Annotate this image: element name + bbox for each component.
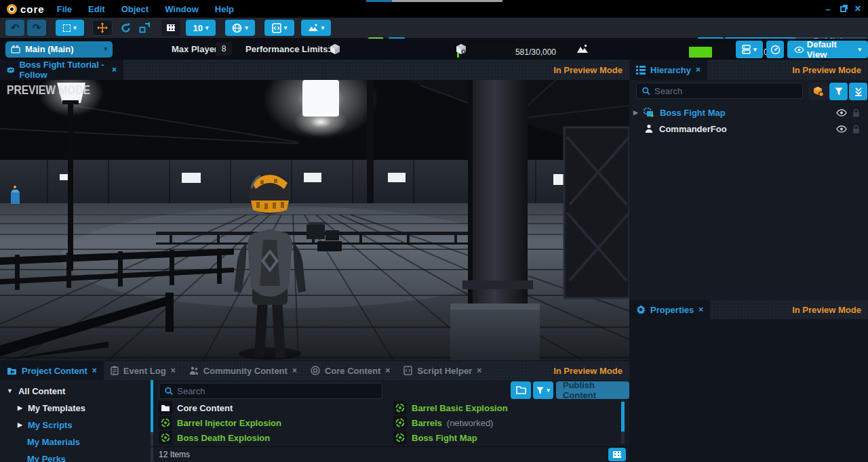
caret-down-icon: ▾ <box>753 47 757 53</box>
tree-scrollbar-thumb[interactable] <box>151 380 153 432</box>
tree-my-scripts[interactable]: ▶ My Scripts <box>18 418 73 432</box>
template-tile <box>393 431 407 444</box>
gear-icon <box>636 305 646 314</box>
tree-my-materials[interactable]: My Materials <box>27 435 80 448</box>
new-folder-button[interactable] <box>511 381 531 399</box>
tab-close[interactable]: × <box>292 366 297 375</box>
core-logo-icon <box>7 4 17 14</box>
hierarchy-row-commanderfoo[interactable]: CommanderFoo <box>633 122 864 135</box>
expand-caret-icon[interactable]: ▶ <box>633 109 638 116</box>
menu-object[interactable]: Object <box>121 4 149 14</box>
collapse-all-button[interactable] <box>849 83 867 100</box>
viewport-tab-close[interactable]: × <box>112 65 117 75</box>
grid-view-icon <box>613 451 621 458</box>
hierarchy-panel: ▶ Boss Fight Map CommanderFoo <box>629 80 868 300</box>
globe-icon <box>232 23 242 33</box>
hierarchy-search-input[interactable] <box>654 86 797 96</box>
content-item-core-content[interactable]: Core Content <box>159 400 233 415</box>
template-icon <box>395 433 405 442</box>
script-helper-icon <box>403 366 412 375</box>
menu-file[interactable]: File <box>57 4 72 14</box>
publish-content-button[interactable]: Publish Content <box>556 381 629 399</box>
select-tool-button[interactable]: ▾ <box>56 20 84 36</box>
tab-core-content[interactable]: Core Content × <box>304 361 397 380</box>
hierarchy-row-boss-fight-map[interactable]: ▶ Boss Fight Map <box>633 106 864 119</box>
content-search[interactable] <box>159 383 382 399</box>
scale-tool-button[interactable] <box>136 20 153 36</box>
lock-icon[interactable] <box>852 108 860 117</box>
performance-gauge-button[interactable] <box>766 41 784 58</box>
viewport-canvas[interactable]: PREVIEW MODE <box>0 80 629 360</box>
hierarchy-filter-button[interactable] <box>829 83 848 100</box>
titlebar: core File Edit Object Window Help – × <box>0 0 868 18</box>
content-item-boss-death-explosion[interactable]: Boss Death Explosion <box>159 430 270 445</box>
networked-object-icon <box>456 43 467 55</box>
tab-close[interactable]: × <box>171 366 176 375</box>
content-scrollbar-track[interactable] <box>621 402 625 444</box>
content-item-boss-fight-map[interactable]: Boss Fight Map <box>393 430 477 445</box>
template-tile <box>159 431 172 444</box>
window-close-button[interactable]: × <box>852 3 864 15</box>
redo-button[interactable]: ↷ <box>27 20 46 36</box>
scene-selector-dropdown[interactable]: Main (Main) ▾ <box>5 41 113 58</box>
tab-close[interactable]: × <box>477 366 481 375</box>
viewport-tab-label: Boss Fight Tutorial - Follow <box>19 60 107 80</box>
tab-script-helper[interactable]: Script Helper × <box>397 361 488 380</box>
content-filter-dropdown[interactable]: ▾ <box>533 381 553 399</box>
world-settings-dropdown[interactable]: ▾ <box>225 20 255 36</box>
default-view-dropdown[interactable]: Default View ▾ <box>787 41 868 58</box>
undo-button[interactable]: ↶ <box>5 20 24 36</box>
tab-close[interactable]: × <box>92 366 97 375</box>
search-icon <box>165 387 173 396</box>
menu-edit[interactable]: Edit <box>88 4 105 14</box>
hierarchy-search[interactable] <box>636 83 803 99</box>
snap-to-grid-button[interactable] <box>161 20 180 36</box>
properties-tab[interactable]: Properties × <box>629 300 710 319</box>
tree-my-perks[interactable]: My Perks <box>27 452 66 462</box>
grid-view-button[interactable] <box>608 448 626 461</box>
move-tool-button[interactable] <box>92 20 113 36</box>
tab-label: Script Helper <box>417 366 472 376</box>
hierarchy-tab-close[interactable]: × <box>696 65 701 75</box>
content-item-barrel-basic-explosion[interactable]: Barrel Basic Explosion <box>393 400 508 415</box>
grid-size-dropdown[interactable]: 10 ▾ <box>186 20 216 36</box>
window-minimize-button[interactable]: – <box>822 4 834 14</box>
lock-icon[interactable] <box>852 125 860 133</box>
menu-help[interactable]: Help <box>215 4 234 14</box>
script-tools-dropdown[interactable]: ▾ <box>264 20 294 36</box>
window-restore-button[interactable] <box>837 4 849 14</box>
rotate-tool-button[interactable] <box>117 20 134 36</box>
tab-event-log[interactable]: Event Log × <box>104 361 182 380</box>
content-item-barrels[interactable]: Barrels (networked) <box>393 415 493 430</box>
terrain-tools-dropdown[interactable]: ▾ <box>301 20 331 36</box>
tree-collapsed-icon[interactable]: ▶ <box>18 404 22 411</box>
selection-marquee-icon <box>63 24 71 32</box>
tree-my-templates[interactable]: ▶ My Templates <box>18 401 85 415</box>
menu-window[interactable]: Window <box>165 4 199 14</box>
viewport-tab[interactable]: Boss Fight Tutorial - Follow × <box>0 60 123 80</box>
content-scrollbar-thumb[interactable] <box>621 402 625 432</box>
viewport-tab-icon <box>7 66 14 75</box>
visibility-eye-icon[interactable] <box>836 125 847 133</box>
networked-object-meter-fill <box>689 47 712 58</box>
group-select-mode-button[interactable] <box>808 83 828 100</box>
properties-tab-close[interactable]: × <box>698 305 703 314</box>
tab-close[interactable]: × <box>385 366 390 375</box>
tree-collapsed-icon[interactable]: ▶ <box>18 421 22 428</box>
tab-community-content[interactable]: Community Content × <box>182 361 304 380</box>
properties-preview-badge: In Preview Mode <box>792 300 861 319</box>
content-statusbar: 12 Items <box>151 446 629 462</box>
content-search-input[interactable] <box>177 386 376 396</box>
template-icon <box>395 403 405 413</box>
tab-project-content[interactable]: Project Content × <box>0 361 104 380</box>
content-item-barrel-injector-explosion[interactable]: Barrel Injector Explosion <box>159 415 281 430</box>
content-item-label: Boss Fight Map <box>412 433 477 443</box>
tree-expanded-icon[interactable]: ▼ <box>7 387 13 394</box>
hierarchy-tab[interactable]: Hierarchy × <box>629 60 707 80</box>
folder-icon <box>161 404 170 412</box>
save-options-dropdown[interactable]: ▾ <box>736 41 763 58</box>
max-players-value[interactable]: 8 <box>216 42 232 56</box>
caret-down-icon: ▾ <box>284 25 288 31</box>
tree-all-content[interactable]: ▼ All Content <box>7 384 65 398</box>
visibility-eye-icon[interactable] <box>836 109 847 117</box>
